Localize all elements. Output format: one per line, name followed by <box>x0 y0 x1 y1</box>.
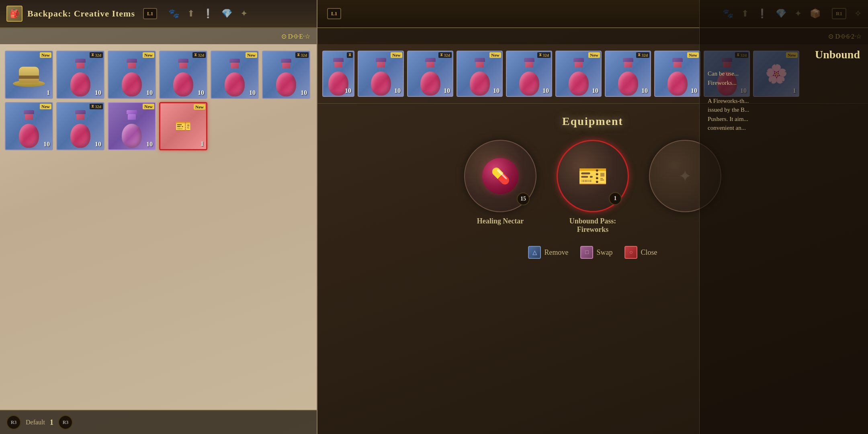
healing-nectar-slot[interactable]: 💊 15 <box>464 140 536 212</box>
potion-neck-2 <box>128 63 136 68</box>
healing-nectar-container: 💊 15 Healing Nectar <box>464 140 536 234</box>
right-item-3[interactable]: New 10 <box>457 51 503 97</box>
swap-action[interactable]: □ Swap <box>580 246 612 259</box>
nav-icon-3[interactable]: ❕ <box>203 8 213 19</box>
right-item-2[interactable]: ⧗32d 10 <box>407 51 453 97</box>
r-body-6 <box>618 72 638 96</box>
bottom-number: 1 <box>50 418 53 427</box>
potion-neck-6 <box>25 114 33 120</box>
close-action[interactable]: ○ Close <box>624 246 657 259</box>
fireworks-pass-container: 🎫 1 Unbound Pass:Fireworks <box>557 140 629 234</box>
fireworks-pass-label: Unbound Pass:Fireworks <box>569 217 616 234</box>
item-count-hat: 1 <box>47 89 50 96</box>
bottom-bar: R3 Default 1 R3 <box>0 410 317 434</box>
remove-action[interactable]: △ Remove <box>528 246 568 259</box>
l1-button[interactable]: L1 <box>143 8 157 19</box>
r-neck-7 <box>674 62 682 68</box>
potion-cap-4 <box>229 59 240 63</box>
left-panel: 🎒 Backpack: Creative Items L1 🐾 ⬆ ❕ 💎 ✦ … <box>0 0 317 434</box>
badge-timer-1: ⧗32d <box>90 52 103 58</box>
hourglass-r0: ⧗ <box>348 53 351 57</box>
close-label: Close <box>641 248 657 257</box>
potion-icon-purple <box>118 110 146 142</box>
fireworks-icon: 🎫 <box>169 113 197 139</box>
hourglass-r6: ⧗ <box>638 53 641 57</box>
right-item-5[interactable]: New 10 <box>555 51 602 97</box>
r-badge-timer-4: ⧗32d <box>537 52 551 58</box>
right-item-partial[interactable]: ⧗ 10 <box>322 51 354 97</box>
potion-cap-p <box>127 110 137 114</box>
r-neck-0 <box>334 62 342 68</box>
item-count-3: 10 <box>198 89 204 96</box>
r-neck-5 <box>575 62 583 68</box>
item-potion-1[interactable]: ⧗32d 10 <box>56 51 104 99</box>
nav-icon-2[interactable]: ⬆ <box>187 8 194 19</box>
r-potion-5 <box>565 58 593 90</box>
nav-icon-4[interactable]: 💎 <box>221 8 232 19</box>
hourglass-r4: ⧗ <box>539 53 542 57</box>
badge-new: New <box>40 52 51 58</box>
fireworks-emoji: 🎫 <box>175 119 191 134</box>
r1-button-right[interactable]: L1 <box>327 8 341 19</box>
circle-button: ○ <box>624 246 637 259</box>
item-potion-purple[interactable]: New 10 <box>108 102 156 150</box>
potion-icon-7 <box>66 110 94 142</box>
potion-neck-5 <box>282 63 290 68</box>
right-item-1[interactable]: New 10 <box>358 51 404 97</box>
item-count-purple: 10 <box>146 141 153 148</box>
potion-icon-6 <box>15 110 43 142</box>
r-badge-new-3: New <box>489 52 501 58</box>
potion-icon-1 <box>66 59 94 91</box>
potion-body-5 <box>276 72 296 96</box>
r-cap-3 <box>475 58 485 62</box>
nav-icon-1[interactable]: 🐾 <box>168 8 179 19</box>
left-header: 🎒 Backpack: Creative Items L1 🐾 ⬆ ❕ 💎 ✦ <box>0 0 317 28</box>
potion-body-6 <box>19 124 39 148</box>
r-badge-new-7: New <box>687 52 699 58</box>
item-potion-2[interactable]: New 10 <box>108 51 156 99</box>
right-item-6[interactable]: ⧗32d 10 <box>605 51 651 97</box>
item-hat[interactable]: New 1 <box>5 51 53 99</box>
r-count-1: 10 <box>394 87 401 94</box>
hourglass-icon-3: ⧗ <box>194 53 197 57</box>
r-count-2: 10 <box>444 87 450 94</box>
badge-new-fw: New <box>194 104 205 110</box>
square-button: □ <box>580 246 593 259</box>
item-potion-3[interactable]: ⧗32d 10 <box>159 51 207 99</box>
potion-neck <box>76 63 84 68</box>
right-item-4[interactable]: ⧗32d 10 <box>506 51 552 97</box>
hat-top <box>19 67 39 83</box>
potion-body-3 <box>173 72 193 96</box>
item-count-7: 10 <box>95 141 101 148</box>
hourglass-icon-5: ⧗ <box>297 53 300 57</box>
nav-icon-5[interactable]: ✦ <box>240 8 248 19</box>
right-item-7[interactable]: New 10 <box>654 51 700 97</box>
badge-new-purple: New <box>143 104 154 109</box>
r-body-4 <box>519 72 539 96</box>
empty-slot-cross: ✦ <box>678 167 692 186</box>
item-potion-5[interactable]: ⧗32d 10 <box>262 51 310 99</box>
r3-button-right[interactable]: R3 <box>58 415 73 430</box>
fireworks-pass-slot[interactable]: 🎫 1 <box>557 140 629 212</box>
item-potion-6[interactable]: New 10 <box>5 102 53 150</box>
healing-nectar-count: 15 <box>517 192 530 205</box>
r-potion-2 <box>416 58 444 90</box>
item-potion-4[interactable]: New 10 <box>211 51 259 99</box>
r3-button-left[interactable]: R3 <box>6 415 21 430</box>
swap-label: Swap <box>596 248 612 257</box>
potion-body-4 <box>225 72 245 96</box>
item-count-6: 10 <box>43 141 50 148</box>
r-count-3: 10 <box>493 87 500 94</box>
r-potion-0 <box>324 58 352 90</box>
item-fireworks-pass[interactable]: New 🎫 1 <box>159 102 207 150</box>
r-count-6: 10 <box>641 87 648 94</box>
r-count-4: 10 <box>542 87 549 94</box>
potion-cap-6 <box>24 110 34 114</box>
r-count-7: 10 <box>691 87 697 94</box>
backpack-icon: 🎒 <box>6 6 23 22</box>
description-text: Can be use...Fireworks...A Fireworks-th.… <box>708 69 860 133</box>
item-potion-7[interactable]: ⧗32d 10 <box>56 102 104 150</box>
r-badge-timer-0: ⧗ <box>347 52 353 58</box>
r-body-7 <box>667 72 688 96</box>
potion-neck-p <box>128 114 136 120</box>
